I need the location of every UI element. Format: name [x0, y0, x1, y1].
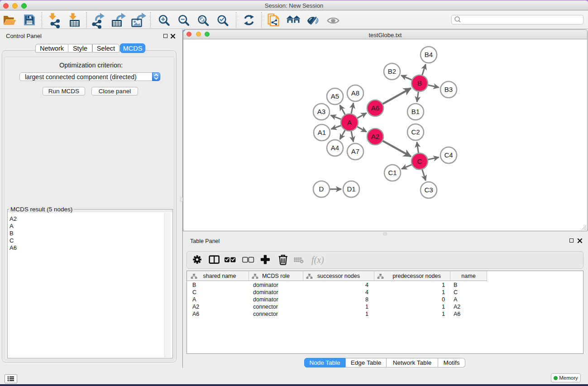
svg-text:A4: A4: [331, 144, 339, 152]
svg-text:C3: C3: [424, 186, 433, 194]
svg-text:B3: B3: [445, 86, 453, 93]
svg-text:A6: A6: [371, 104, 379, 112]
svg-text:A1: A1: [318, 129, 326, 136]
svg-text:C1: C1: [388, 169, 397, 176]
svg-text:C2: C2: [411, 128, 420, 136]
svg-text:C: C: [417, 157, 422, 165]
svg-text:A7: A7: [351, 148, 359, 155]
svg-text:A2: A2: [371, 133, 379, 140]
svg-text:A8: A8: [351, 89, 359, 97]
svg-text:f(x): f(x): [311, 255, 324, 265]
svg-text:A5: A5: [331, 92, 339, 100]
svg-text:D1: D1: [347, 185, 355, 193]
svg-text:B1: B1: [411, 108, 420, 115]
svg-text:A3: A3: [317, 108, 325, 115]
svg-text:A: A: [347, 119, 352, 126]
svg-text:D: D: [319, 185, 324, 193]
svg-text:C4: C4: [444, 151, 453, 159]
svg-text:B4: B4: [425, 51, 433, 58]
svg-text:B: B: [417, 79, 422, 87]
svg-text:B2: B2: [388, 67, 396, 75]
